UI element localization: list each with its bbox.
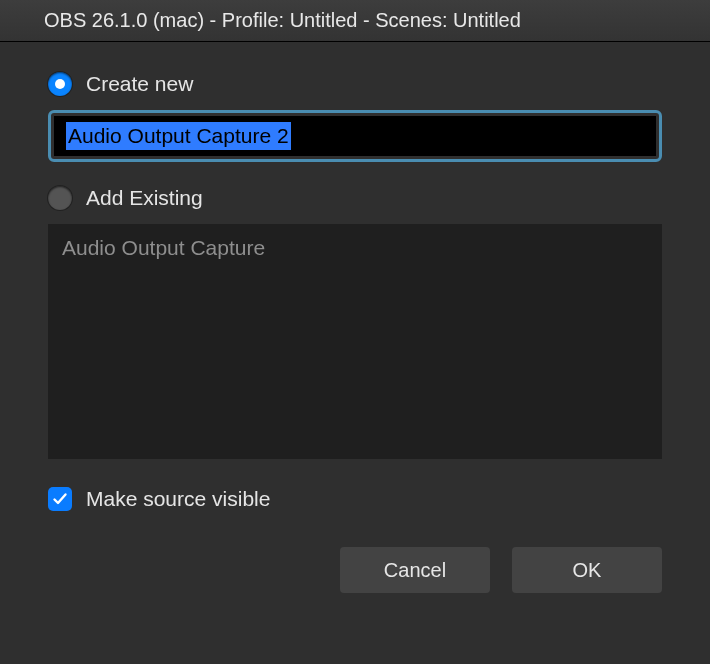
- add-existing-label: Add Existing: [86, 186, 203, 210]
- make-visible-row[interactable]: Make source visible: [48, 487, 662, 511]
- dialog-body: Create new Audio Output Capture 2 Add Ex…: [0, 42, 710, 593]
- make-visible-checkbox[interactable]: [48, 487, 72, 511]
- add-existing-radio-row[interactable]: Add Existing: [48, 186, 662, 210]
- source-name-input[interactable]: Audio Output Capture 2: [54, 116, 656, 156]
- window-titlebar: OBS 26.1.0 (mac) - Profile: Untitled - S…: [0, 0, 710, 42]
- existing-source-item[interactable]: Audio Output Capture: [62, 234, 648, 262]
- make-visible-label: Make source visible: [86, 487, 270, 511]
- create-new-label: Create new: [86, 72, 193, 96]
- add-existing-radio[interactable]: [48, 186, 72, 210]
- source-name-input-wrap: Audio Output Capture 2: [48, 110, 662, 162]
- create-new-radio[interactable]: [48, 72, 72, 96]
- dialog-button-row: Cancel OK: [48, 547, 662, 593]
- check-icon: [52, 491, 68, 507]
- create-new-radio-row[interactable]: Create new: [48, 72, 662, 96]
- ok-button[interactable]: OK: [512, 547, 662, 593]
- cancel-button[interactable]: Cancel: [340, 547, 490, 593]
- existing-sources-list[interactable]: Audio Output Capture: [48, 224, 662, 459]
- source-name-input-value: Audio Output Capture 2: [66, 122, 291, 149]
- window-title: OBS 26.1.0 (mac) - Profile: Untitled - S…: [44, 9, 521, 32]
